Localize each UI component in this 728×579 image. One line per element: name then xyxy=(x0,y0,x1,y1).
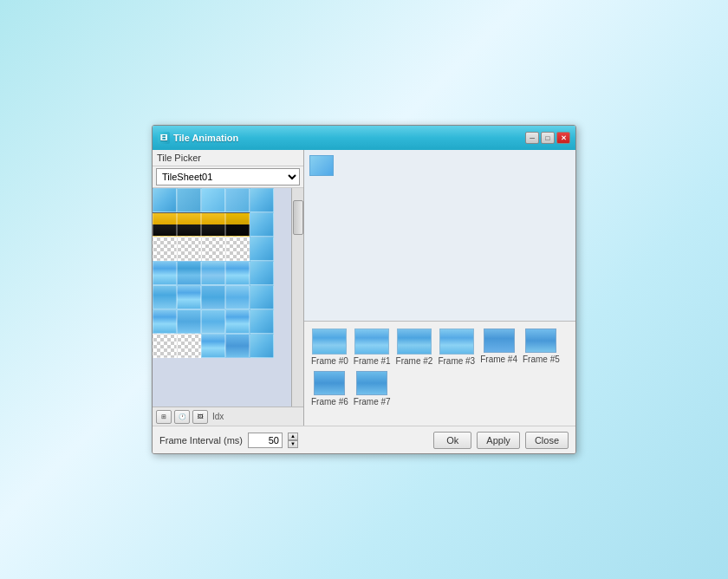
frame-thumb-5 xyxy=(525,329,556,353)
tile-cell[interactable] xyxy=(201,261,225,285)
frame-item-6[interactable]: Frame #6 xyxy=(311,371,348,407)
frame-label-5: Frame #5 xyxy=(523,355,560,364)
tile-cell[interactable] xyxy=(250,188,274,212)
tile-cell[interactable] xyxy=(177,334,201,358)
frame-item-1[interactable]: Frame #1 xyxy=(354,329,391,366)
frame-label-1: Frame #1 xyxy=(354,356,391,366)
tile-cell[interactable] xyxy=(153,261,177,285)
title-bar-left: 🎞 Tile Animation xyxy=(158,132,238,144)
title-bar: 🎞 Tile Animation ─ □ ✕ xyxy=(153,126,575,150)
vertical-scrollbar[interactable] xyxy=(291,188,303,407)
image-tool-button[interactable]: 🖼 xyxy=(192,410,208,424)
tile-grid-area[interactable] xyxy=(153,188,303,407)
grid-tool-button[interactable]: ⊞ xyxy=(156,410,172,424)
frame-label-2: Frame #2 xyxy=(396,356,433,366)
frame-item-7[interactable]: Frame #7 xyxy=(354,371,391,407)
frame-item-0[interactable]: Frame #0 xyxy=(311,329,348,366)
minimize-button[interactable]: ─ xyxy=(525,132,539,144)
frame-label-7: Frame #7 xyxy=(354,397,391,407)
tile-cell[interactable] xyxy=(177,309,201,334)
tile-cell[interactable] xyxy=(153,237,177,261)
frame-item-5[interactable]: Frame #5 xyxy=(523,329,560,366)
tile-cell[interactable] xyxy=(177,261,201,285)
tile-cell[interactable] xyxy=(153,285,177,309)
frames-area: Frame #0 Frame #1 Frame #2 Frame #3 xyxy=(304,322,575,426)
tile-cell[interactable] xyxy=(201,285,225,309)
clock-tool-button[interactable]: 🕐 xyxy=(174,410,190,424)
tile-cell[interactable] xyxy=(177,212,201,237)
tile-cell[interactable] xyxy=(201,212,225,237)
spinner-down[interactable]: ▼ xyxy=(288,440,298,448)
tile-row xyxy=(153,237,303,261)
preview-area xyxy=(304,150,575,322)
tile-cell[interactable] xyxy=(225,261,250,285)
tile-cell[interactable] xyxy=(250,309,274,334)
tile-grid-canvas xyxy=(153,188,303,407)
tile-cell[interactable] xyxy=(201,334,225,358)
ok-button[interactable]: Ok xyxy=(433,432,471,449)
tile-cell[interactable] xyxy=(177,285,201,309)
spinner-group: ▲ ▼ xyxy=(288,433,298,448)
maximize-button[interactable]: □ xyxy=(541,132,555,144)
tile-cell[interactable] xyxy=(225,212,250,237)
apply-button[interactable]: Apply xyxy=(477,432,520,449)
tile-cell[interactable] xyxy=(250,261,274,285)
tilesheet-select[interactable]: TileSheet01 TileSheet02 xyxy=(156,168,300,185)
preview-tile xyxy=(309,155,334,176)
tile-cell[interactable] xyxy=(250,334,274,358)
right-panel: Frame #0 Frame #1 Frame #2 Frame #3 xyxy=(304,150,575,426)
tile-row xyxy=(153,285,303,309)
frame-interval-input[interactable] xyxy=(248,433,283,448)
frame-thumb-4 xyxy=(484,329,515,353)
frame-label-3: Frame #3 xyxy=(438,356,475,366)
tile-picker-label: Tile Picker xyxy=(153,150,303,166)
tile-cell[interactable] xyxy=(225,188,250,212)
dialog-title: Tile Animation xyxy=(173,133,238,143)
frame-thumb-1 xyxy=(354,329,389,355)
tile-cell[interactable] xyxy=(201,237,225,261)
dialog-window: 🎞 Tile Animation ─ □ ✕ Tile Picker TileS… xyxy=(152,125,576,454)
tile-cell[interactable] xyxy=(250,212,274,237)
idx-label: Idx xyxy=(212,412,224,421)
window-close-button[interactable]: ✕ xyxy=(556,132,570,144)
tile-cell[interactable] xyxy=(250,237,274,261)
tile-cell[interactable] xyxy=(225,237,250,261)
left-panel: Tile Picker TileSheet01 TileSheet02 xyxy=(153,150,304,426)
tile-row xyxy=(153,261,303,285)
tile-cell[interactable] xyxy=(201,309,225,334)
frame-item-3[interactable]: Frame #3 xyxy=(438,329,475,366)
footer: Frame Interval (ms) ▲ ▼ Ok Apply Close xyxy=(153,426,575,453)
frame-interval-label: Frame Interval (ms) xyxy=(159,435,243,446)
frame-label-6: Frame #6 xyxy=(311,397,348,407)
scrollbar-thumb[interactable] xyxy=(293,200,303,235)
title-bar-controls: ─ □ ✕ xyxy=(525,132,570,144)
left-bottom-toolbar: ⊞ 🕐 🖼 Idx xyxy=(153,407,303,426)
frame-thumb-7 xyxy=(356,371,387,395)
frame-label-0: Frame #0 xyxy=(311,356,348,366)
tile-cell[interactable] xyxy=(250,285,274,309)
tile-cell[interactable] xyxy=(153,188,177,212)
frame-item-4[interactable]: Frame #4 xyxy=(480,329,517,366)
tile-cell[interactable] xyxy=(153,334,177,358)
tile-cell[interactable] xyxy=(201,188,225,212)
tile-row xyxy=(153,188,303,212)
title-icon: 🎞 xyxy=(158,132,170,144)
tile-cell[interactable] xyxy=(153,309,177,334)
tile-row xyxy=(153,212,303,237)
tile-cell[interactable] xyxy=(177,237,201,261)
spinner-up[interactable]: ▲ xyxy=(288,433,298,440)
tile-cell[interactable] xyxy=(225,285,250,309)
frame-item-2[interactable]: Frame #2 xyxy=(396,329,433,366)
frame-label-4: Frame #4 xyxy=(480,355,517,364)
tilesheet-dropdown-row: TileSheet01 TileSheet02 xyxy=(153,166,303,188)
tile-row xyxy=(153,334,303,358)
tile-cell[interactable] xyxy=(225,334,250,358)
tile-cell[interactable] xyxy=(225,309,250,334)
frame-thumb-6 xyxy=(314,371,345,395)
tile-cell[interactable] xyxy=(177,188,201,212)
close-button[interactable]: Close xyxy=(525,432,569,449)
frame-thumb-2 xyxy=(397,329,432,355)
dialog-body: Tile Picker TileSheet01 TileSheet02 xyxy=(153,150,575,426)
tile-cell[interactable] xyxy=(153,212,177,237)
frame-thumb-3 xyxy=(439,329,474,355)
